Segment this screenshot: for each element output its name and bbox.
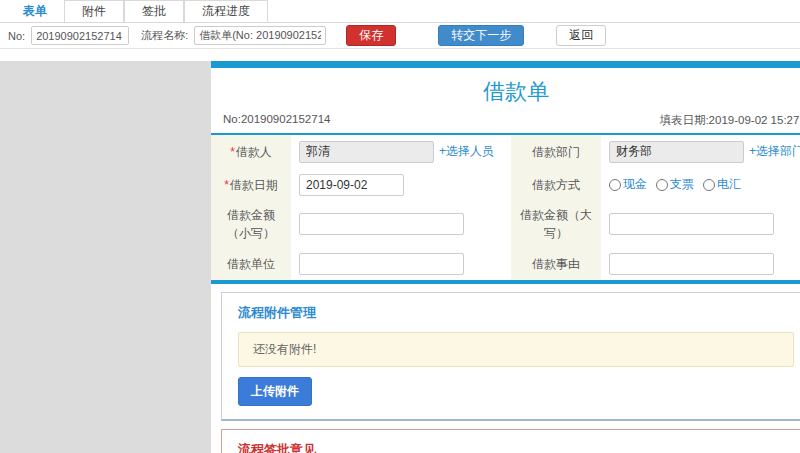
- tab-attachments[interactable]: 附件: [64, 0, 124, 22]
- loan-date-input[interactable]: [299, 174, 404, 196]
- card-top-bar: [211, 61, 800, 68]
- card-bottom-bar: [211, 280, 800, 284]
- form-meta-row: No:20190902152714 填表日期:2019-09-02 15:27:…: [211, 111, 800, 135]
- required-asterisk: *: [230, 143, 235, 161]
- amount-upper-input[interactable]: [609, 213, 774, 235]
- method-cash-option[interactable]: 现金: [609, 176, 647, 193]
- amount-upper-label: 借款金额（大写）: [511, 201, 601, 247]
- no-input[interactable]: [31, 26, 129, 45]
- department-label: 借款部门: [511, 135, 601, 168]
- approval-heading: 流程签批意见: [238, 441, 794, 453]
- loan-form-grid: * 借款人 +选择人员 借款部门 +选择部门 * 借款日期: [211, 135, 800, 280]
- loan-reason-input[interactable]: [609, 253, 774, 275]
- tab-form[interactable]: 表单: [6, 0, 64, 22]
- method-cheque-option[interactable]: 支票: [656, 176, 694, 193]
- tab-bar: 表单 附件 签批 流程进度: [0, 0, 800, 23]
- method-cash-radio[interactable]: [609, 179, 621, 191]
- method-wire-radio[interactable]: [703, 179, 715, 191]
- upload-attachment-button[interactable]: 上传附件: [238, 377, 312, 406]
- loan-date-label: * 借款日期: [211, 168, 291, 201]
- tab-process-progress[interactable]: 流程进度: [184, 0, 268, 22]
- tab-approval[interactable]: 签批: [124, 0, 184, 22]
- loan-method-label: 借款方式: [511, 168, 601, 201]
- loan-unit-input[interactable]: [299, 253, 464, 275]
- top-toolbar: No: 流程名称: 保存 转交下一步 返回: [0, 23, 800, 49]
- save-button[interactable]: 保存: [346, 25, 396, 46]
- select-department-link[interactable]: +选择部门: [749, 143, 800, 160]
- required-asterisk: *: [224, 176, 229, 194]
- form-title: 借款单: [211, 68, 800, 111]
- department-input[interactable]: [609, 141, 744, 163]
- process-name-label: 流程名称:: [141, 28, 188, 43]
- attachments-heading: 流程附件管理: [238, 304, 794, 322]
- next-step-button[interactable]: 转交下一步: [438, 25, 524, 46]
- amount-lower-input[interactable]: [299, 213, 464, 235]
- form-no-text: No:20190902152714: [223, 113, 330, 128]
- loan-unit-label: 借款单位: [211, 247, 291, 280]
- form-date-text: 填表日期:2019-09-02 15:27:1: [659, 113, 800, 128]
- borrower-input[interactable]: [299, 141, 434, 163]
- form-card: 借款单 No:20190902152714 填表日期:2019-09-02 15…: [211, 61, 800, 453]
- no-attachments-message: 还没有附件!: [238, 332, 794, 367]
- approval-panel: 流程签批意见 B I abc: [221, 429, 800, 453]
- method-wire-option[interactable]: 电汇: [703, 176, 741, 193]
- attachments-panel: 流程附件管理 还没有附件! 上传附件: [221, 292, 800, 421]
- select-person-link[interactable]: +选择人员: [439, 143, 494, 160]
- loan-method-radio-group: 现金 支票 电汇: [601, 168, 800, 201]
- amount-lower-label: 借款金额（小写）: [211, 201, 291, 247]
- method-cheque-radio[interactable]: [656, 179, 668, 191]
- borrower-label: * 借款人: [211, 135, 291, 168]
- process-name-input[interactable]: [194, 26, 326, 45]
- loan-reason-label: 借款事由: [511, 247, 601, 280]
- page-background: 借款单 No:20190902152714 填表日期:2019-09-02 15…: [0, 61, 800, 453]
- back-button[interactable]: 返回: [556, 25, 606, 46]
- no-label: No:: [8, 30, 25, 42]
